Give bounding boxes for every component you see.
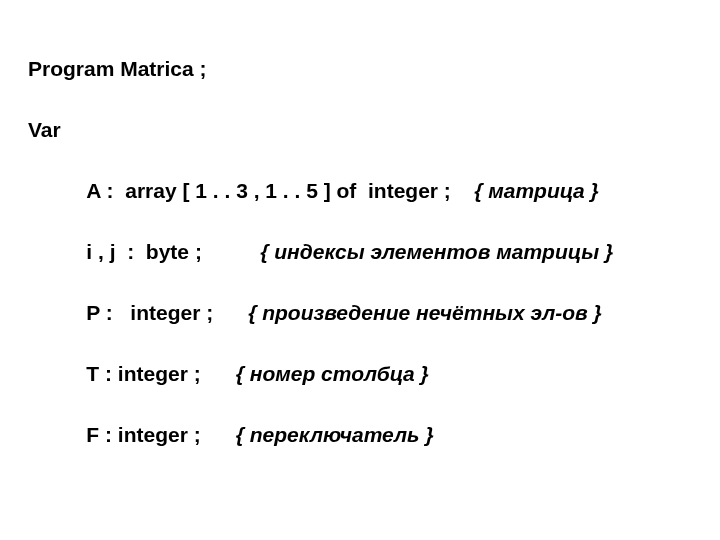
decl-t-code: T : integer ; [86,362,235,385]
decl-ij-code: i , j : byte ; [86,240,260,263]
decl-a-code: A : array [ 1 . . 3 , 1 . . 5 ] of integ… [86,179,474,202]
indent [28,301,86,324]
indent [28,362,86,385]
decl-p: P : integer ; { произведение нечётных эл… [28,298,696,328]
decl-f: F : integer ; { переключатель } [28,420,696,450]
indent [28,423,86,446]
program-header: Program Matrica ; [28,57,207,80]
decl-ij-comment: { индексы элементов матрицы } [260,240,613,263]
var-keyword: Var [28,118,61,141]
line-var: Var [28,115,696,145]
indent [28,240,86,263]
decl-f-comment: { переключатель } [236,423,434,446]
decl-p-code: P : integer ; [86,301,248,324]
blank-line [28,481,696,511]
decl-t-comment: { номер столбца } [236,362,429,385]
decl-t: T : integer ; { номер столбца } [28,359,696,389]
decl-a: A : array [ 1 . . 3 , 1 . . 5 ] of integ… [28,176,696,206]
decl-ij: i , j : byte ; { индексы элементов матри… [28,237,696,267]
line-program: Program Matrica ; [28,54,696,84]
decl-p-comment: { произведение нечётных эл-ов } [248,301,602,324]
decl-f-code: F : integer ; [86,423,235,446]
decl-a-comment: { матрица } [474,179,599,202]
indent [28,179,86,202]
code-listing: Program Matrica ; Var A : array [ 1 . . … [0,0,720,540]
